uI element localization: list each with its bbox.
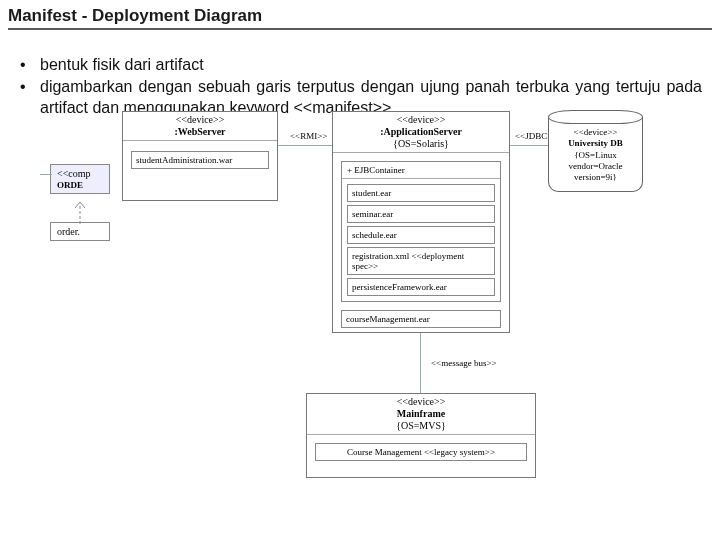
component-box: <<comp ORDE	[50, 164, 110, 194]
app-server-os: {OS=Solaris}	[336, 138, 506, 150]
db-stereo: <<device>>	[555, 127, 636, 138]
db-attr: vendor=Oracle	[555, 161, 636, 172]
rmi-line	[278, 145, 332, 146]
course-mgmt-ear: courseManagement.ear	[341, 310, 501, 328]
title-underline	[8, 28, 712, 30]
app-server-node: <<device>> :ApplicationServer {OS=Solari…	[332, 111, 510, 333]
university-db: <<device>> University DB {OS=Linux vendo…	[548, 110, 643, 192]
ejb-item: registration.xml <<deployment spec>>	[347, 247, 495, 275]
bullet-1: bentuk fisik dari artifact	[18, 54, 702, 76]
mainframe-os: {OS=MVS}	[310, 420, 532, 432]
app-server-name: :ApplicationServer	[380, 126, 462, 137]
db-name: University DB	[568, 138, 623, 148]
rmi-label: <<RMI>>	[289, 131, 328, 141]
web-server-node: <<device>> :WebServer studentAdministrat…	[122, 111, 278, 201]
jdbc-line	[510, 145, 550, 146]
ejb-item: persistenceFramework.ear	[347, 278, 495, 296]
mainframe-stereo: <<device>>	[310, 396, 532, 408]
ejb-container: + EJBContainer student.ear seminar.ear s…	[341, 161, 501, 302]
web-server-header: <<device>> :WebServer	[123, 112, 277, 141]
mainframe-node: <<device>> Mainframe {OS=MVS} Course Man…	[306, 393, 536, 478]
port-line	[40, 174, 52, 175]
legacy-system: Course Management <<legacy system>>	[315, 443, 527, 461]
mainframe-header: <<device>> Mainframe {OS=MVS}	[307, 394, 535, 435]
ejb-header: + EJBContainer	[342, 162, 500, 179]
ejb-item: student.ear	[347, 184, 495, 202]
db-attr: {OS=Linux	[555, 150, 636, 161]
mainframe-name: Mainframe	[397, 408, 445, 419]
web-server-artifact: studentAdministration.war	[131, 151, 269, 169]
bus-line	[420, 333, 421, 393]
web-server-stereo: <<device>>	[126, 114, 274, 126]
order-label: order.	[57, 226, 80, 237]
bus-label: <<message bus>>	[430, 358, 498, 368]
db-cap	[548, 110, 643, 124]
manifest-arrow	[72, 198, 96, 226]
ejb-item: seminar.ear	[347, 205, 495, 223]
ejb-item: schedule.ear	[347, 226, 495, 244]
db-attr: version=9i}	[555, 172, 636, 183]
component-label: <<comp	[57, 168, 91, 179]
app-server-header: <<device>> :ApplicationServer {OS=Solari…	[333, 112, 509, 153]
app-server-stereo: <<device>>	[336, 114, 506, 126]
web-server-name: :WebServer	[174, 126, 225, 137]
db-body: <<device>> University DB {OS=Linux vendo…	[548, 117, 643, 192]
page-title: Manifest - Deployment Diagram	[8, 6, 262, 26]
